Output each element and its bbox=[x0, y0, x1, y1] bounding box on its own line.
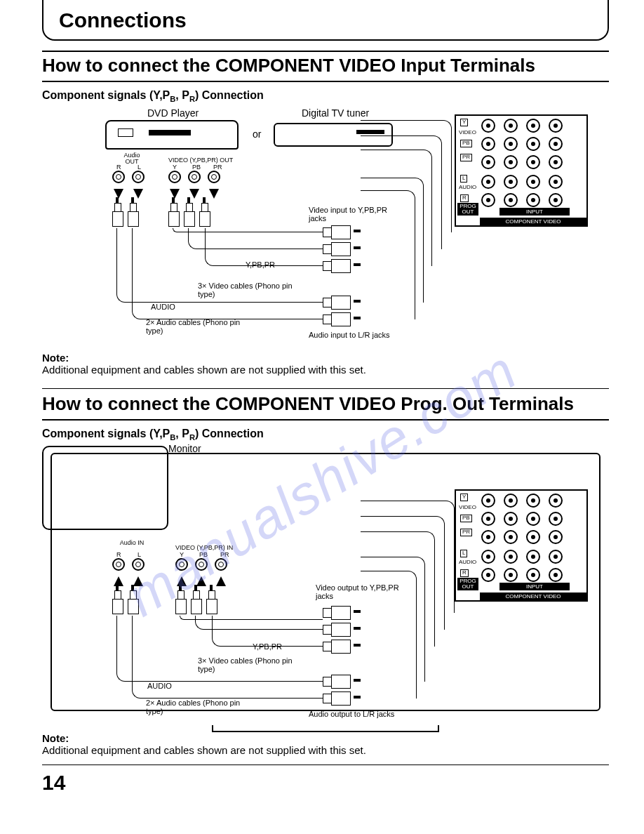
note-head: Note: bbox=[42, 732, 609, 744]
bottom-rule bbox=[42, 764, 609, 765]
audio-r: R bbox=[116, 551, 121, 558]
panel-jack-row bbox=[481, 494, 563, 508]
panel-y: Y bbox=[460, 119, 468, 126]
audio-cables-label: 2× Audio cables (Phono pin type) bbox=[146, 318, 258, 335]
dvd-label: DVD Player bbox=[147, 107, 199, 119]
diagram-output: Monitor Audio IN R L VIDEO (Y,PB,PR) IN … bbox=[42, 446, 609, 727]
terminal-panel: Y VIDEO PB PR L AUDIO R PROG OUT 1 2 3 I… bbox=[455, 114, 588, 227]
panel-r: R bbox=[460, 569, 469, 577]
video-out-label: VIDEO (Y,PB,PR) OUT bbox=[168, 157, 233, 164]
jack-icon bbox=[168, 171, 181, 183]
subhead-r: R bbox=[189, 95, 195, 103]
panel-jack-row bbox=[481, 193, 563, 207]
panel-jack-row bbox=[481, 550, 563, 564]
jack-icon bbox=[549, 193, 563, 207]
jack-icon bbox=[481, 568, 495, 582]
jack-icon bbox=[481, 155, 495, 169]
jack-icon bbox=[175, 558, 188, 571]
monitor-icon bbox=[42, 446, 168, 530]
hplug-icon bbox=[323, 225, 354, 238]
panel-jack-row bbox=[481, 119, 563, 133]
jack-icon bbox=[504, 494, 518, 508]
jack-icon bbox=[549, 512, 563, 526]
arrow-up-icon bbox=[133, 576, 143, 586]
hplug-icon bbox=[323, 623, 354, 635]
or-label: or bbox=[253, 128, 261, 140]
arrow-down-icon bbox=[209, 189, 219, 199]
panel-jack-row bbox=[481, 568, 563, 582]
note-head: Note: bbox=[42, 352, 609, 364]
note-text: Additional equipment and cables shown ar… bbox=[42, 744, 609, 756]
panel-jack-row bbox=[481, 155, 563, 169]
audio-jacks bbox=[112, 171, 145, 183]
panel-pr: PR bbox=[460, 154, 472, 161]
panel-pb: PB bbox=[460, 140, 472, 147]
jack-icon bbox=[526, 155, 540, 169]
panel-component-video: COMPONENT VIDEO bbox=[480, 218, 586, 225]
video-pb: PB bbox=[192, 164, 201, 171]
jack-icon bbox=[481, 512, 495, 526]
jack-icon bbox=[208, 171, 220, 183]
audio-l: L bbox=[137, 551, 141, 558]
subhead-mid: , P bbox=[175, 428, 189, 439]
jack-icon bbox=[215, 558, 227, 571]
video-in-label: VIDEO (Y,PB,PR) IN bbox=[175, 544, 233, 551]
panel-pb: PB bbox=[460, 515, 472, 522]
divider bbox=[42, 388, 609, 389]
plug-icon bbox=[191, 590, 201, 616]
jack-icon bbox=[481, 530, 495, 544]
hplug-icon bbox=[323, 296, 354, 308]
jack-icon bbox=[112, 171, 125, 183]
dvd-player-icon bbox=[105, 120, 239, 150]
section2-subhead: Component signals (Y,PB, PR) Connection bbox=[42, 428, 609, 442]
hplug-icon bbox=[323, 242, 354, 255]
section2-title: How to connect the COMPONENT VIDEO Prog.… bbox=[42, 390, 609, 421]
audio-cables-label: 2× Audio cables (Phono pin type) bbox=[146, 699, 258, 715]
terminal-panel: Y VIDEO PB PR L AUDIO R PROG OUT 1 2 3 I… bbox=[455, 489, 588, 602]
plug-icon bbox=[168, 203, 178, 228]
video-y: Y bbox=[173, 164, 177, 171]
video-jacks bbox=[168, 171, 220, 183]
arrow-up-icon bbox=[196, 576, 206, 586]
jack-icon bbox=[481, 494, 495, 508]
plug-icon bbox=[128, 590, 137, 616]
audio-input-label: Audio input to L/R jacks bbox=[309, 331, 390, 339]
panel-prog-out: PROG OUT bbox=[457, 203, 478, 216]
tuner-label: Digital TV tuner bbox=[302, 107, 369, 119]
jack-icon bbox=[132, 558, 145, 571]
subhead-text: Component signals (Y,P bbox=[42, 89, 170, 101]
jack-icon bbox=[504, 568, 518, 582]
jack-icon bbox=[504, 193, 518, 207]
plug-icon bbox=[112, 590, 122, 616]
jack-icon bbox=[504, 530, 518, 544]
jack-icon bbox=[526, 512, 540, 526]
plug-icon bbox=[184, 203, 194, 228]
jack-icon bbox=[549, 568, 563, 582]
hplug-icon bbox=[323, 691, 354, 704]
hplug-icon bbox=[323, 259, 354, 272]
jack-icon bbox=[526, 119, 540, 133]
jack-icon bbox=[195, 558, 208, 571]
jack-icon bbox=[504, 175, 518, 189]
jack-icon bbox=[549, 530, 563, 544]
plug-icon bbox=[175, 590, 185, 616]
panel-y: Y bbox=[460, 494, 468, 501]
wire bbox=[361, 571, 417, 699]
diagram-input: DVD Player Digital TV tuner or Audio OUT… bbox=[42, 107, 609, 346]
video-pr: PR bbox=[220, 551, 229, 558]
jack-icon bbox=[504, 119, 518, 133]
arrow-up-icon bbox=[216, 576, 226, 586]
jack-icon bbox=[112, 558, 125, 571]
panel-jack-row bbox=[481, 137, 563, 151]
jack-icon bbox=[526, 530, 540, 544]
panel-jack-row bbox=[481, 530, 563, 544]
panel-audio: AUDIO bbox=[457, 185, 478, 191]
plug-set bbox=[175, 590, 216, 616]
panel-audio: AUDIO bbox=[457, 560, 478, 566]
audio-out-label: Audio OUT bbox=[118, 152, 146, 165]
panel-l: L bbox=[460, 175, 467, 183]
jack-icon bbox=[504, 550, 518, 564]
panel-r: R bbox=[460, 194, 469, 202]
jack-icon bbox=[549, 494, 563, 508]
arrow-down-icon bbox=[133, 189, 143, 199]
